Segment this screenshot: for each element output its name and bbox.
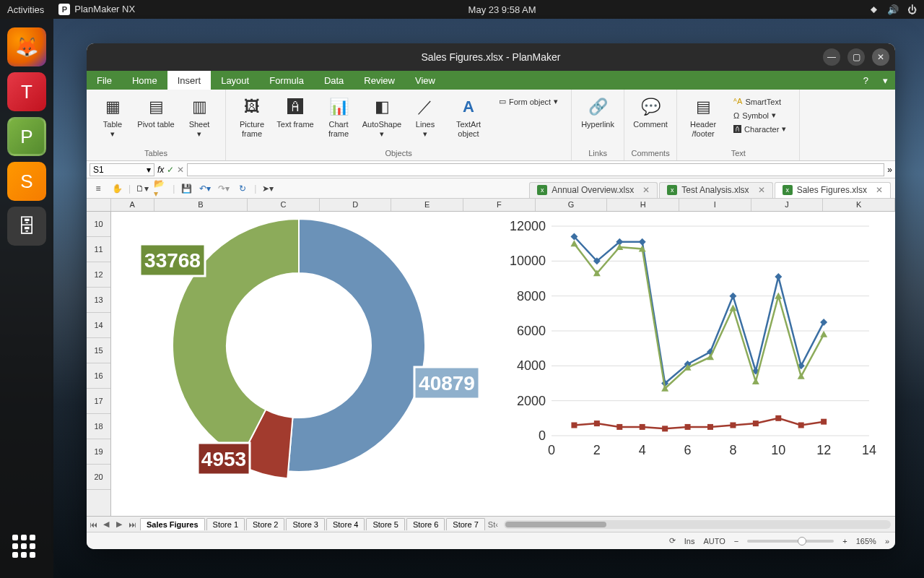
sheet-tab[interactable]: Store 7 xyxy=(446,518,484,530)
volume-icon[interactable]: 🔊 xyxy=(887,4,899,15)
hand-icon[interactable]: ✋ xyxy=(110,181,124,196)
row-header-17[interactable]: 17 xyxy=(87,389,110,414)
row-header-18[interactable]: 18 xyxy=(87,414,110,439)
row-header-15[interactable]: 15 xyxy=(87,338,110,363)
ribbon-text-frame[interactable]: 🅰Text frame xyxy=(275,92,315,147)
undo-icon[interactable]: ↶▾ xyxy=(198,181,212,196)
fx-icon[interactable]: fx xyxy=(157,165,164,175)
col-header-G[interactable]: G xyxy=(536,199,608,211)
close-button[interactable]: ✕ xyxy=(872,48,889,66)
row-header-13[interactable]: 13 xyxy=(87,288,110,313)
ribbon-chart-frame[interactable]: 📊Chart frame xyxy=(318,92,359,147)
menu-layout[interactable]: Layout xyxy=(211,71,259,90)
sheet-tab[interactable]: Store 4 xyxy=(326,518,365,530)
row-header-20[interactable]: 20 xyxy=(87,465,110,490)
file-tab[interactable]: xSales Figures.xlsx✕ xyxy=(775,182,891,198)
formula-expand-icon[interactable]: » xyxy=(887,165,892,175)
col-header-C[interactable]: C xyxy=(248,199,320,211)
sheet-tab[interactable]: Store 3 xyxy=(286,518,324,530)
file-tab[interactable]: xTest Analysis.xlsx✕ xyxy=(659,182,772,198)
redo-icon[interactable]: ↷▾ xyxy=(217,181,231,196)
ribbon-lines[interactable]: ／Lines▾ xyxy=(405,92,445,147)
zoom-in-button[interactable]: + xyxy=(842,537,847,545)
ribbon-autoshape[interactable]: ◧AutoShape▾ xyxy=(362,92,402,147)
col-header-J[interactable]: J xyxy=(751,199,824,211)
ribbon-textart[interactable]: ATextArt object xyxy=(448,92,489,147)
refresh-icon[interactable]: ↻ xyxy=(235,181,250,196)
status-expand-icon[interactable]: » xyxy=(885,537,889,545)
sheet-tab-overflow[interactable]: St‹ xyxy=(487,520,500,529)
col-header-E[interactable]: E xyxy=(391,199,463,211)
menu-file[interactable]: File xyxy=(87,71,122,90)
ribbon-sheet[interactable]: ▥Sheet▾ xyxy=(179,92,219,147)
clock[interactable]: May 23 9:58 AM xyxy=(468,4,536,15)
sheet-tab[interactable]: Store 2 xyxy=(246,518,284,530)
row-header-19[interactable]: 19 xyxy=(87,439,110,465)
menu-view[interactable]: View xyxy=(405,71,445,90)
ribbon-comment[interactable]: 💬Comment xyxy=(630,92,671,147)
row-header-11[interactable]: 11 xyxy=(87,237,110,262)
menu-data[interactable]: Data xyxy=(314,71,354,90)
ribbon-smarttext[interactable]: ᴬASmartText xyxy=(731,95,789,108)
col-header-F[interactable]: F xyxy=(463,199,536,211)
formula-input[interactable] xyxy=(187,163,884,176)
close-tab-icon[interactable]: ✕ xyxy=(758,185,765,195)
minimize-button[interactable]: — xyxy=(823,48,840,66)
dock-presentations[interactable]: S xyxy=(7,162,46,201)
ribbon-symbol[interactable]: ΩSymbol ▾ xyxy=(731,109,789,121)
zoom-level[interactable]: 165% xyxy=(856,537,876,545)
close-tab-icon[interactable]: ✕ xyxy=(876,185,883,195)
dock-planmaker[interactable]: P xyxy=(7,117,46,156)
auto-mode[interactable]: AUTO xyxy=(704,537,725,545)
power-icon[interactable]: ⏻ xyxy=(907,4,917,15)
active-app-indicator[interactable]: PPlanMaker NX xyxy=(58,4,135,15)
row-header-14[interactable]: 14 xyxy=(87,313,110,338)
open-file-icon[interactable]: 📂▾ xyxy=(154,181,168,196)
sheet-tab[interactable]: Store 1 xyxy=(206,518,245,530)
line-chart[interactable]: 02000400060008000100001200002468101214 xyxy=(501,212,884,493)
dock-show-apps[interactable] xyxy=(12,535,41,564)
pointer-icon[interactable]: ➤▾ xyxy=(261,181,275,196)
cell-reference-box[interactable]: S1▾ xyxy=(90,163,154,176)
ribbon-table[interactable]: ▦Table▾ xyxy=(92,92,133,147)
row-header-16[interactable]: 16 xyxy=(87,363,110,389)
maximize-button[interactable]: ▢ xyxy=(847,48,865,66)
zoom-slider[interactable] xyxy=(747,540,834,543)
sheet-tab[interactable]: Sales Figures xyxy=(140,518,205,530)
menu-insert[interactable]: Insert xyxy=(167,71,212,90)
new-file-icon[interactable]: 🗋▾ xyxy=(135,181,149,196)
close-tab-icon[interactable]: ✕ xyxy=(642,185,650,195)
titlebar[interactable]: Sales Figures.xlsx - PlanMaker — ▢ ✕ xyxy=(87,43,895,71)
horizontal-scrollbar[interactable] xyxy=(504,520,891,529)
col-header-A[interactable]: A xyxy=(111,199,154,211)
menu-home[interactable]: Home xyxy=(122,71,167,90)
dock-files[interactable]: 🗄 xyxy=(7,207,46,246)
dock-textmaker[interactable]: T xyxy=(7,72,46,111)
formula-cancel-icon[interactable]: ✕ xyxy=(177,165,184,175)
menu-dropdown-icon[interactable]: ▾ xyxy=(876,71,895,90)
save-icon[interactable]: 💾 xyxy=(179,181,193,196)
sheet-nav-first[interactable]: ⏮ xyxy=(87,520,100,529)
formula-check-icon[interactable]: ✓ xyxy=(167,165,174,175)
sheet-nav-next[interactable]: ▶ xyxy=(113,519,126,529)
menu-help-icon[interactable]: ? xyxy=(856,71,876,90)
col-header-H[interactable]: H xyxy=(607,199,679,211)
col-header-I[interactable]: I xyxy=(679,199,751,211)
menu-review[interactable]: Review xyxy=(354,71,405,90)
row-header-10[interactable]: 10 xyxy=(87,212,110,237)
row-header-12[interactable]: 12 xyxy=(87,262,110,288)
ribbon-picture-frame[interactable]: 🖼Picture frame xyxy=(232,92,272,147)
col-header-D[interactable]: D xyxy=(320,199,392,211)
dock-firefox[interactable]: 🦊 xyxy=(7,27,46,66)
align-icon[interactable]: ≡ xyxy=(91,181,105,196)
ribbon-hyperlink[interactable]: 🔗Hyperlink xyxy=(578,92,618,147)
sheet-tab[interactable]: Store 6 xyxy=(406,518,445,530)
donut-chart[interactable]: 33768408794953 xyxy=(111,212,487,501)
network-icon[interactable]: ⯁ xyxy=(869,4,879,15)
insert-mode[interactable]: Ins xyxy=(684,537,695,545)
column-headers[interactable]: ABCDEFGHIJK xyxy=(87,199,895,212)
menu-formula[interactable]: Formula xyxy=(259,71,314,90)
recalc-icon[interactable]: ⟳ xyxy=(669,536,676,545)
ribbon-character[interactable]: 🅰Character ▾ xyxy=(731,123,789,135)
sheet-nav-prev[interactable]: ◀ xyxy=(100,519,113,529)
